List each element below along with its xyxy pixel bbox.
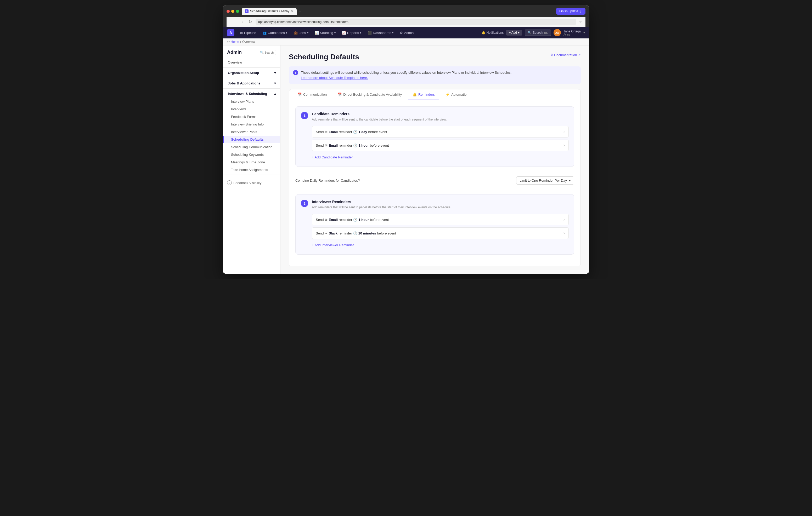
reload-button[interactable]: ↻ [248,19,253,25]
sidebar-subitem-interviewer-pools[interactable]: Interviewer Pools [223,128,280,136]
step-badge-2: 2 [301,200,308,207]
sidebar-title: Admin [227,50,242,55]
chevron-right-icon: › [563,129,565,134]
nav-item-candidates[interactable]: 👥 Candidates ▾ [260,29,290,36]
candidates-icon: 👥 [262,31,267,35]
info-icon: i [293,70,298,75]
sidebar-subitem-interview-plans[interactable]: Interview Plans [223,98,280,105]
interviewer-reminder-row-1[interactable]: Send ✉ Email reminder 🕐 1 hour before ev… [312,214,569,225]
nav-item-reports[interactable]: 📈 Reports ▾ [339,29,364,36]
clock-icon: 🕐 [353,231,357,235]
tab-automation[interactable]: ⚡ Automation [441,89,473,100]
bell-icon: 🔔 [482,31,486,34]
address-bar-input[interactable] [256,19,576,25]
clock-icon: 🕐 [353,130,357,134]
sourcing-icon: 📊 [315,31,319,35]
chevron-down-icon: ▾ [307,31,309,34]
envelope-icon: ✉ [325,130,327,134]
nav-item-jobs[interactable]: 💼 Jobs ▾ [291,29,311,36]
nav-item-dashboards[interactable]: ⬛ Dashboards ▾ [365,29,396,36]
sidebar-divider [223,67,280,68]
nav-item-sourcing[interactable]: 📊 Sourcing ▾ [312,29,338,36]
breadcrumb-separator: › [240,40,241,44]
user-menu-chevron[interactable]: ▾ [583,31,585,34]
pipeline-icon: ⊞ [240,31,243,35]
sidebar-divider [223,175,280,175]
candidate-reminder-row-1[interactable]: Send ✉ Email reminder 🕐 1 day before eve… [312,126,569,138]
search-icon: 🔍 [528,31,531,34]
tab-close-button[interactable]: ✕ [291,9,293,13]
finish-update-button[interactable]: Finish update ⋮ [556,8,585,14]
browser-tab-active[interactable]: A Scheduling Defaults • Ashby ✕ [242,8,297,14]
calendar-icon: 📅 [297,93,301,96]
forward-button[interactable]: → [239,19,245,25]
candidate-reminders-section: 1 Candidate Reminders Add reminders that… [295,107,574,167]
sidebar-search-button[interactable]: 🔍 Search [258,50,276,55]
sidebar-item-feedback-visibility[interactable]: ? Feedback Visibility [227,180,276,185]
breadcrumb-home-icon: ↩ [227,40,230,44]
chevron-right-icon: › [563,143,565,148]
documentation-link[interactable]: ⧉ Documentation ↗ [551,53,581,57]
sidebar-subitem-interview-briefing-info[interactable]: Interview Briefing Info [223,121,280,128]
app-navigation: A ⊞ Pipeline 👥 Candidates ▾ 💼 Jobs ▾ 📊 S… [223,27,589,38]
sidebar-item-interviews-scheduling[interactable]: Interviews & Scheduling ▴ [223,90,280,98]
sidebar-subitem-scheduling-defaults[interactable]: Scheduling Defaults [223,136,280,143]
sidebar-subitem-interviews[interactable]: Interviews [223,105,280,113]
nav-item-admin[interactable]: ⚙ Admin [397,29,416,36]
nav-item-pipeline[interactable]: ⊞ Pipeline [237,29,259,36]
tab-direct-booking[interactable]: 📅 Direct Booking & Candidate Availabilit… [333,89,406,100]
sidebar-item-overview[interactable]: Overview [223,58,280,66]
sidebar-item-jobs-applications[interactable]: Jobs & Applications ▾ [223,79,280,87]
user-info: Jane Ortega Acme [563,30,581,36]
sidebar-subitem-scheduling-keywords[interactable]: Scheduling Keywords [223,151,280,158]
interviewer-reminder-rows: Send ✉ Email reminder 🕐 1 hour before ev… [312,214,569,239]
sidebar-divider [223,88,280,89]
search-icon: 🔍 [260,51,264,54]
chevron-down-icon: ▾ [392,31,394,34]
sidebar-subitem-feedback-forms[interactable]: Feedback Forms [223,113,280,121]
combine-dropdown[interactable]: Limit to One Reminder Per Day ▾ [516,177,574,185]
tabs-header: 📅 Communication 📅 Direct Booking & Candi… [289,89,580,100]
notifications-button[interactable]: 🔔 Notifications [482,31,503,34]
calendar-icon: 📅 [338,93,342,96]
bookmark-icon[interactable]: ☆ [579,20,582,24]
chevron-right-icon: › [563,231,565,236]
content-area: Scheduling Defaults ⧉ Documentation ↗ i … [281,45,589,274]
info-learn-more-link[interactable]: Learn more about Schedule Templates here… [301,76,368,80]
admin-icon: ⚙ [400,31,403,35]
global-search-button[interactable]: 🔍 Search ⌘K [525,30,551,36]
add-candidate-reminder-button[interactable]: + Add Candidate Reminder [312,153,353,161]
breadcrumb-home-link[interactable]: Home [231,40,239,44]
tab-reminders[interactable]: 🔔 Reminders [408,89,439,100]
reports-icon: 📈 [342,31,346,35]
sidebar-item-organization-setup[interactable]: Organization Setup ▾ [223,69,280,77]
sidebar-subitem-scheduling-communication[interactable]: Scheduling Communication [223,143,280,151]
chevron-down-icon: ▾ [274,81,276,85]
bell-icon: 🔔 [412,93,417,96]
traffic-light-yellow[interactable] [231,10,234,13]
user-avatar: JO [554,29,561,36]
sidebar-subitem-meetings-timezone[interactable]: Meetings & Time Zone [223,158,280,166]
book-icon: ⧉ [551,53,553,57]
sidebar-subitem-take-home[interactable]: Take-home Assignments [223,166,280,174]
new-tab-button[interactable]: + [297,8,303,14]
add-interviewer-reminder-button[interactable]: + Add Interviewer Reminder [312,241,354,249]
candidate-reminders-description: Add reminders that will be sent to the c… [312,117,447,122]
candidate-reminder-row-2[interactable]: Send ✉ Email reminder 🕐 1 hour before ev… [312,140,569,151]
tab-communication[interactable]: 📅 Communication [293,89,331,100]
step-badge-1: 1 [301,112,308,119]
chevron-down-icon: ▾ [274,71,276,75]
traffic-light-green[interactable] [236,10,239,13]
info-banner: i These default settings will be used wh… [289,66,581,84]
interviewer-reminder-row-2[interactable]: Send ✦ Slack reminder 🕐 10 minutes befor… [312,227,569,239]
add-button[interactable]: + Add ▾ [506,30,522,35]
chevron-right-icon: › [563,217,565,222]
tab-favicon: A [245,9,249,13]
interviewer-reminders-description: Add reminders that will be sent to panel… [312,205,451,210]
chevron-down-icon: ▾ [286,31,287,34]
back-button[interactable]: ← [230,19,236,25]
interviewer-reminders-title: Interviewer Reminders [312,200,451,204]
envelope-icon: ✉ [325,218,327,222]
slack-icon: ✦ [325,231,327,235]
traffic-light-red[interactable] [227,10,230,13]
